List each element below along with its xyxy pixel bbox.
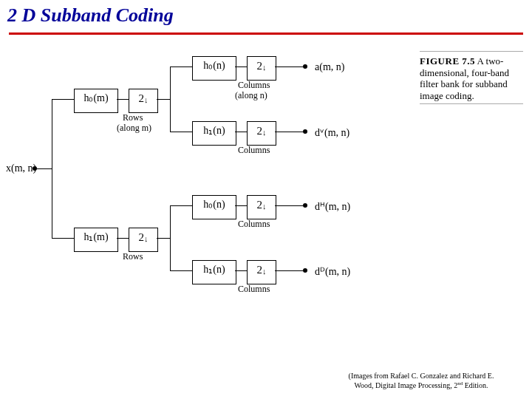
wire (170, 205, 171, 270)
filter-label: h₁(n) (203, 264, 225, 275)
downsample-box: 2↓ (247, 260, 276, 284)
filter-label: h₁(n) (203, 125, 225, 136)
filter-h1n: h₁(n) (192, 260, 236, 284)
image-credit: (Images from Rafael C. Gonzalez and Rich… (325, 372, 517, 390)
wire (235, 132, 247, 132)
wire (275, 205, 303, 206)
down-label: 2 (139, 92, 145, 104)
down-label: 2 (257, 199, 263, 211)
filter-h0n: h₀(n) (192, 56, 236, 81)
rows-label: Rows (123, 112, 143, 123)
wire (170, 66, 171, 132)
wire (275, 132, 303, 132)
caption-head: FIGURE 7.5 (420, 55, 475, 66)
wire (117, 238, 129, 239)
down-arrow-icon: ↓ (262, 128, 267, 137)
cols-label: Columns (238, 145, 270, 156)
output-node (303, 64, 307, 69)
output-dv: dᵛ(m, n) (315, 126, 349, 139)
wire (170, 132, 192, 132)
wire (37, 168, 52, 169)
rows-sublabel: (along m) (117, 123, 151, 134)
filter-h0n: h₀(n) (192, 195, 236, 219)
down-label: 2 (257, 60, 263, 72)
downsample-box: 2↓ (129, 228, 158, 252)
filter-label: h₀(n) (203, 199, 225, 210)
filter-h1m: h₁(m) (74, 228, 118, 252)
title-rule (9, 33, 523, 35)
output-dh: dᴴ(m, n) (315, 200, 350, 213)
downsample-box: 2↓ (129, 89, 158, 113)
filter-label: h₁(m) (83, 231, 108, 242)
filter-label: h₀(n) (203, 60, 225, 71)
down-arrow-icon: ↓ (262, 63, 267, 72)
down-arrow-icon: ↓ (262, 267, 267, 276)
figure-caption: FIGURE 7.5 A two-dimensional, four-band … (420, 49, 523, 108)
wire (170, 205, 192, 206)
wire (275, 270, 303, 271)
downsample-box: 2↓ (247, 56, 276, 81)
credit-line: Wood, Digital Image Processing, 2 (354, 381, 457, 389)
down-arrow-icon: ↓ (144, 95, 149, 104)
output-node (303, 268, 307, 273)
cols-label: Columns (238, 284, 270, 295)
cols-label: Columns (238, 219, 270, 230)
wire (157, 238, 170, 239)
wire (52, 99, 52, 238)
down-label: 2 (257, 125, 263, 137)
downsample-box: 2↓ (247, 195, 276, 219)
filter-h0m: h₀(m) (74, 89, 118, 113)
wire (235, 270, 247, 271)
page-title: 2 D Subband Coding (7, 4, 174, 27)
input-label: x(m, n) (6, 163, 36, 174)
wire (170, 270, 192, 271)
down-label: 2 (257, 264, 263, 276)
credit-line: (Images from Rafael C. Gonzalez and Rich… (349, 372, 494, 380)
wire (157, 99, 170, 100)
caption-rule (420, 103, 523, 104)
wire (235, 205, 247, 206)
wire (52, 238, 74, 239)
wire (170, 66, 192, 67)
filter-bank-diagram: x(m, n) h₀(m) 2↓ Rows (along m) h₁(m) 2↓… (30, 53, 399, 297)
down-arrow-icon: ↓ (144, 234, 149, 243)
output-dd: dᴰ(m, n) (315, 265, 350, 278)
rows-label: Rows (123, 251, 143, 262)
wire (275, 66, 303, 67)
filter-label: h₀(m) (83, 92, 108, 103)
cols-label: Columns (238, 80, 270, 91)
caption-rule (420, 51, 523, 52)
downsample-box: 2↓ (247, 121, 276, 146)
output-a: a(m, n) (315, 61, 344, 73)
wire (117, 99, 129, 100)
filter-h1n: h₁(n) (192, 121, 236, 146)
output-node (303, 203, 307, 208)
output-node (303, 129, 307, 134)
down-label: 2 (139, 231, 145, 243)
wire (235, 66, 247, 67)
cols-sublabel: (along n) (235, 90, 267, 101)
down-arrow-icon: ↓ (262, 202, 267, 211)
wire (52, 99, 74, 100)
credit-suffix: Edition. (463, 381, 488, 389)
